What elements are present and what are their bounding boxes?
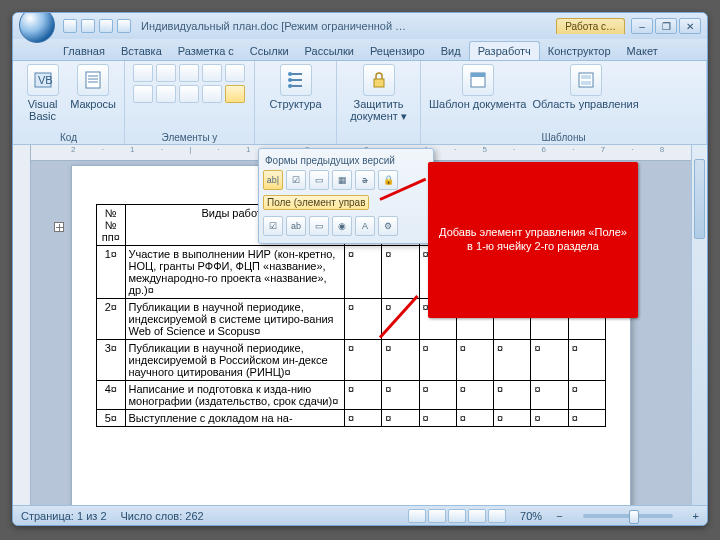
group-controls: Элементы у <box>125 61 255 144</box>
tab-references[interactable]: Ссылки <box>242 42 297 60</box>
legacy-shading-icon[interactable]: a̶ <box>355 170 375 190</box>
view-web-icon[interactable] <box>448 509 466 523</box>
zoom-in-button[interactable]: + <box>693 510 699 522</box>
control-dropdown-icon[interactable] <box>225 64 245 82</box>
activex-textbox-icon[interactable]: ab <box>286 216 306 236</box>
visual-basic-label: Visual Basic <box>21 98 64 122</box>
table-row: 4¤Написание и подготовка к изда-нию моно… <box>97 381 606 410</box>
region-icon <box>576 70 596 90</box>
qat-save-icon[interactable] <box>63 19 77 33</box>
region-label: Область управления <box>532 98 638 110</box>
callout-box: Добавь элемент управления «Поле» в 1-ю я… <box>428 162 638 318</box>
protect-button[interactable]: Защитить документ ▾ <box>345 64 412 122</box>
tab-table-design[interactable]: Конструктор <box>540 42 619 60</box>
svg-text:VB: VB <box>38 74 53 86</box>
table-row: 5¤Выступление с докладом на на-¤¤¤¤¤¤¤ <box>97 410 606 427</box>
tab-developer[interactable]: Разработч <box>469 41 540 60</box>
activex-list-icon[interactable]: A <box>355 216 375 236</box>
zoom-slider[interactable] <box>583 514 673 518</box>
svg-point-5 <box>288 84 292 88</box>
view-outline-icon[interactable] <box>468 509 486 523</box>
lock-icon <box>369 70 389 90</box>
visual-basic-icon: VB <box>33 70 53 90</box>
svg-rect-2 <box>86 72 100 88</box>
tab-home[interactable]: Главная <box>55 42 113 60</box>
legacy-checkbox-icon[interactable]: ☑ <box>286 170 306 190</box>
tab-table-layout[interactable]: Макет <box>619 42 666 60</box>
ribbon-tabs: Главная Вставка Разметка с Ссылки Рассыл… <box>13 39 707 61</box>
template-label: Шаблон документа <box>429 98 526 110</box>
visual-basic-button[interactable]: VB Visual Basic <box>21 64 64 122</box>
svg-rect-6 <box>374 79 384 87</box>
group-controls-label: Элементы у <box>125 132 254 143</box>
scrollbar-vertical[interactable] <box>691 145 707 505</box>
template-icon <box>468 70 488 90</box>
control-date-icon[interactable] <box>133 85 153 103</box>
region-button[interactable]: Область управления <box>532 64 638 110</box>
status-bar: Страница: 1 из 2 Число слов: 262 70% − + <box>13 505 707 525</box>
control-picture-icon[interactable] <box>179 64 199 82</box>
structure-label: Структура <box>269 98 321 110</box>
svg-rect-10 <box>581 75 591 79</box>
ruler-vertical[interactable] <box>13 145 31 505</box>
legacy-dropdown-icon[interactable]: ▭ <box>309 170 329 190</box>
context-tab-table[interactable]: Работа с… <box>556 18 625 34</box>
status-page[interactable]: Страница: 1 из 2 <box>21 510 107 522</box>
zoom-out-button[interactable]: − <box>556 510 562 522</box>
table-row: 3¤Публикации в научной периодике, индекс… <box>97 340 606 381</box>
activex-more-icon[interactable]: ⚙ <box>378 216 398 236</box>
tab-mailings[interactable]: Рассылки <box>297 42 362 60</box>
scroll-thumb[interactable] <box>694 159 705 239</box>
svg-point-3 <box>288 72 292 76</box>
restore-button[interactable]: ❐ <box>655 18 677 34</box>
protect-label: Защитить документ ▾ <box>345 98 412 122</box>
qat-undo-icon[interactable] <box>81 19 95 33</box>
view-draft-icon[interactable] <box>488 509 506 523</box>
quick-access-toolbar <box>63 19 131 33</box>
group-code: VB Visual Basic Макросы Код <box>13 61 125 144</box>
window-buttons: – ❐ ✕ <box>631 18 701 34</box>
titlebar: Индивидуальный план.doc [Режим ограничен… <box>13 13 707 39</box>
legacy-reset-icon[interactable]: 🔒 <box>378 170 398 190</box>
svg-rect-11 <box>581 81 591 85</box>
view-print-icon[interactable] <box>408 509 426 523</box>
qat-customize-icon[interactable] <box>117 19 131 33</box>
control-designmode-icon[interactable] <box>156 85 176 103</box>
legacy-textfield-icon[interactable]: ab| <box>263 170 283 190</box>
svg-point-4 <box>288 78 292 82</box>
structure-icon <box>286 70 306 90</box>
activex-command-icon[interactable]: ▭ <box>309 216 329 236</box>
popup-tooltip: Поле (элемент управ <box>263 195 369 210</box>
macros-button[interactable]: Макросы <box>70 64 116 122</box>
control-text-icon[interactable] <box>156 64 176 82</box>
tab-view[interactable]: Вид <box>433 42 469 60</box>
ribbon: VB Visual Basic Макросы Код <box>13 61 707 145</box>
view-buttons <box>408 509 506 523</box>
control-richtext-icon[interactable] <box>133 64 153 82</box>
template-button[interactable]: Шаблон документа <box>429 64 526 110</box>
group-protect: Защитить документ ▾ <box>337 61 421 144</box>
control-combo-icon[interactable] <box>202 64 222 82</box>
callout-text: Добавь элемент управления «Поле» в 1-ю я… <box>436 226 630 254</box>
group-code-label: Код <box>13 132 124 143</box>
activex-checkbox-icon[interactable]: ☑ <box>263 216 283 236</box>
minimize-button[interactable]: – <box>631 18 653 34</box>
table-move-handle[interactable] <box>54 222 64 232</box>
legacy-forms-popup: Формы предыдущих версий ab| ☑ ▭ ▦ a̶ 🔒 П… <box>258 148 434 244</box>
control-group-icon[interactable] <box>202 85 222 103</box>
control-legacy-icon[interactable] <box>225 85 245 103</box>
zoom-label[interactable]: 70% <box>520 510 542 522</box>
activex-option-icon[interactable]: ◉ <box>332 216 352 236</box>
qat-redo-icon[interactable] <box>99 19 113 33</box>
macros-label: Макросы <box>70 98 116 110</box>
view-fullscreen-icon[interactable] <box>428 509 446 523</box>
tab-review[interactable]: Рецензиро <box>362 42 433 60</box>
control-properties-icon[interactable] <box>179 85 199 103</box>
tab-layout[interactable]: Разметка с <box>170 42 242 60</box>
tab-insert[interactable]: Вставка <box>113 42 170 60</box>
close-button[interactable]: ✕ <box>679 18 701 34</box>
status-words[interactable]: Число слов: 262 <box>121 510 204 522</box>
structure-button[interactable]: Структура <box>263 64 328 110</box>
group-structure: Структура <box>255 61 337 144</box>
legacy-frame-icon[interactable]: ▦ <box>332 170 352 190</box>
